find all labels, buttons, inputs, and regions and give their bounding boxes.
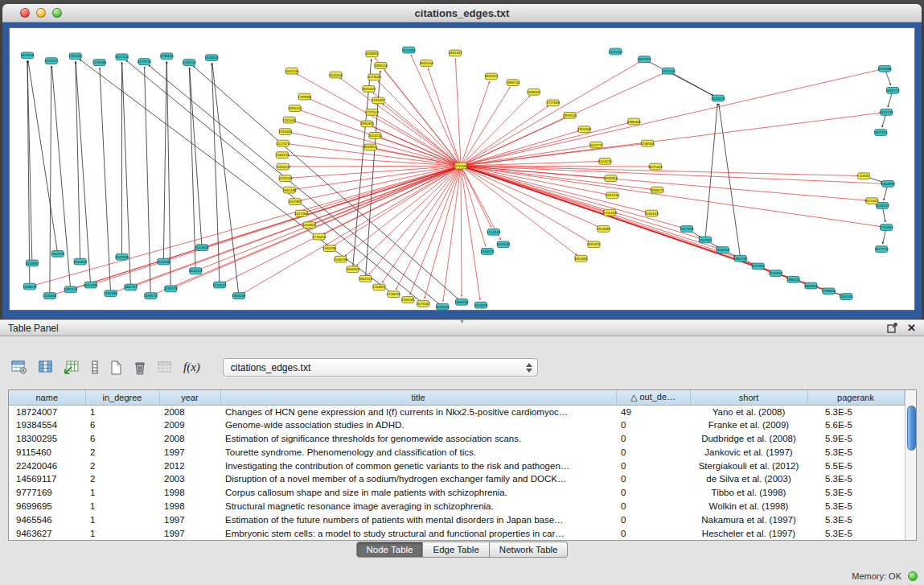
graph-edge[interactable]: [289, 166, 461, 167]
graph-node[interactable]: 1677060: [294, 210, 309, 216]
graph-node[interactable]: 2017897: [288, 199, 302, 205]
graph-node[interactable]: 2059478: [474, 302, 488, 308]
delete-table-icon[interactable]: [158, 360, 172, 374]
graph-node[interactable]: 1291573: [64, 286, 78, 293]
graph-node[interactable]: 1698307: [527, 89, 541, 95]
graph-node[interactable]: 2002106: [285, 68, 299, 74]
graph-edge[interactable]: [297, 74, 461, 167]
graph-node[interactable]: 1757668: [546, 100, 561, 106]
graph-edge[interactable]: [294, 122, 461, 166]
graph-edge[interactable]: [193, 66, 462, 302]
graph-node[interactable]: 1696142: [288, 105, 302, 112]
graph-node[interactable]: 1748560: [641, 140, 655, 146]
column-header-year[interactable]: year: [159, 390, 220, 405]
graph-node[interactable]: 1727528: [365, 109, 380, 116]
graph-edge[interactable]: [461, 166, 651, 189]
graph-node[interactable]: 1261065: [282, 117, 297, 123]
graph-edge[interactable]: [27, 61, 30, 286]
graph-node[interactable]: 1063412: [276, 163, 290, 170]
graph-edge[interactable]: [705, 104, 717, 240]
graph-node[interactable]: 2053220: [368, 133, 383, 139]
graph-edge[interactable]: [425, 166, 461, 299]
graph-node[interactable]: 1744572: [480, 249, 495, 255]
vertical-scrollbar[interactable]: [905, 390, 917, 540]
graph-node[interactable]: 1809456: [455, 299, 470, 305]
graph-node[interactable]: 1935730: [733, 255, 748, 262]
graph-node[interactable]: 1710365: [880, 225, 894, 231]
network-canvas[interactable]: 1724092248685199655620730481820409219269…: [9, 27, 915, 311]
graph-node[interactable]: 1956535: [401, 297, 416, 303]
graph-node[interactable]: 1621610: [606, 192, 620, 199]
graph-node[interactable]: 1850882: [574, 255, 589, 262]
graph-node[interactable]: 1254645: [302, 222, 317, 229]
graph-edge[interactable]: [461, 166, 462, 296]
table-row[interactable]: 1872400712008Changes of HCN gene express…: [9, 405, 904, 418]
graph-node[interactable]: 15958: [858, 173, 870, 179]
graph-node[interactable]: 1894601: [804, 282, 819, 289]
graph-node[interactable]: 1464999: [881, 181, 896, 187]
graph-node[interactable]: 2117377: [276, 140, 290, 146]
graph-edge[interactable]: [443, 166, 461, 301]
graph-node[interactable]: 1256588: [92, 60, 107, 66]
graph-node[interactable]: 1861267: [449, 50, 463, 56]
graph-edge[interactable]: [211, 64, 220, 286]
table-row[interactable]: 911546021997Tourette syndrome. Phenomeno…: [9, 445, 904, 459]
graph-node[interactable]: 1506946: [115, 253, 129, 260]
graph-node[interactable]: 2065091: [587, 241, 602, 248]
table-row[interactable]: 969969511998Structural magnetic resonanc…: [9, 500, 904, 513]
graph-node[interactable]: 1912546: [662, 68, 676, 74]
table-row[interactable]: 946362711997Embryonic stem cells: a mode…: [9, 526, 904, 540]
graph-node[interactable]: 1692774: [886, 87, 901, 93]
graph-node[interactable]: 1898573: [651, 187, 665, 193]
delete-trash-icon[interactable]: [133, 360, 146, 375]
graph-edge[interactable]: [411, 55, 461, 166]
graph-node[interactable]: 2040143: [645, 210, 659, 216]
graph-edge[interactable]: [384, 70, 461, 166]
table-row[interactable]: 1830029562008Estimation of significance …: [9, 432, 904, 446]
graph-node[interactable]: 1954686: [597, 226, 611, 233]
graph-node[interactable]: 1675483: [649, 163, 663, 170]
graph-node[interactable]: 1677713: [875, 246, 889, 253]
graph-edge[interactable]: [461, 166, 700, 238]
graph-node[interactable]: 1645299: [84, 282, 98, 288]
table-row[interactable]: 946554611997Estimation of the future num…: [9, 513, 904, 526]
minimize-window-button[interactable]: [36, 8, 46, 18]
show-columns-icon[interactable]: [39, 360, 53, 374]
graph-edge[interactable]: [396, 166, 461, 289]
graph-edge[interactable]: [461, 166, 646, 212]
graph-edge[interactable]: [35, 166, 461, 285]
graph-edge[interactable]: [310, 99, 461, 166]
graph-edge[interactable]: [461, 113, 881, 166]
graph-node[interactable]: 1838456: [716, 247, 730, 253]
graph-edge[interactable]: [201, 166, 461, 269]
graph-node[interactable]: 1718018: [387, 291, 401, 298]
table-row[interactable]: 2242004622012Investigating the contribut…: [9, 459, 904, 472]
graph-node[interactable]: 1986006: [627, 118, 642, 125]
graph-node[interactable]: 1986154: [506, 80, 520, 86]
graph-node[interactable]: 1564857: [372, 284, 387, 290]
graph-node[interactable]: 2470535: [278, 175, 293, 182]
column-header-name[interactable]: name: [9, 390, 85, 405]
graph-node[interactable]: 1924501: [840, 294, 854, 300]
graph-edge[interactable]: [136, 166, 461, 285]
scrollbar-thumb[interactable]: [907, 406, 916, 451]
splitter-handle[interactable]: ▾: [460, 319, 463, 325]
graph-node[interactable]: 1582475: [275, 152, 290, 159]
graph-edge[interactable]: [461, 81, 490, 166]
graph-node[interactable]: 1644578: [711, 95, 725, 101]
graph-edge[interactable]: [461, 166, 589, 241]
network-window-titlebar[interactable]: citations_edges.txt: [2, 4, 922, 23]
graph-node[interactable]: 1312973: [51, 251, 65, 257]
graph-node[interactable]: 1473716: [138, 59, 152, 65]
graph-node[interactable]: 2104231: [598, 158, 613, 164]
graph-node[interactable]: 2015911: [751, 263, 765, 270]
graph-node[interactable]: 1924508: [436, 303, 450, 310]
graph-node[interactable]: 1514545: [487, 229, 501, 235]
function-builder-icon[interactable]: f(x): [183, 360, 200, 374]
graph-node[interactable]: 1722184: [603, 209, 618, 216]
graph-edge[interactable]: [461, 166, 717, 248]
graph-node[interactable]: 1462787: [124, 284, 138, 290]
graph-edge[interactable]: [345, 166, 461, 256]
graph-node[interactable]: 1125336: [157, 258, 170, 265]
graph-node[interactable]: 1799936: [298, 93, 312, 100]
